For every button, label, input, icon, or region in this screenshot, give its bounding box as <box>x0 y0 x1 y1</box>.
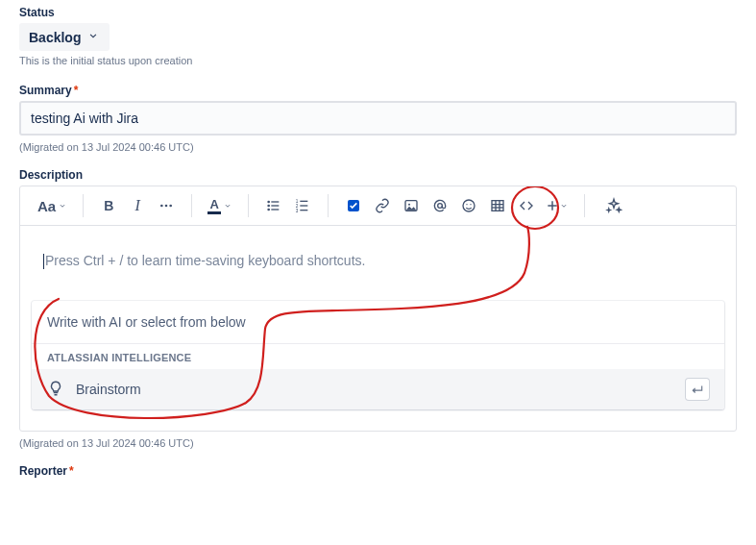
insert-more-button[interactable] <box>542 192 573 219</box>
description-editor: Aa B I A <box>19 186 737 432</box>
table-button[interactable] <box>484 192 511 219</box>
emoji-button[interactable] <box>455 192 482 219</box>
toolbar-divider <box>584 194 585 217</box>
link-button[interactable] <box>369 192 396 219</box>
mention-button[interactable] <box>427 192 453 219</box>
toolbar-divider <box>248 194 249 217</box>
required-marker: * <box>74 84 79 97</box>
svg-point-20 <box>467 204 468 205</box>
status-label: Status <box>19 6 737 19</box>
text-cursor <box>43 254 44 269</box>
description-migrated-note: (Migrated on 13 Jul 2024 00:46 UTC) <box>19 437 737 449</box>
chevron-down-icon <box>86 29 100 45</box>
ai-sparkle-button[interactable] <box>600 192 627 219</box>
required-marker: * <box>69 464 74 478</box>
toolbar-divider <box>328 194 329 217</box>
description-label: Description <box>19 168 737 182</box>
svg-point-21 <box>471 204 472 205</box>
svg-rect-14 <box>301 210 308 211</box>
editor-toolbar: Aa B I A <box>20 186 736 226</box>
svg-point-0 <box>160 205 163 208</box>
ai-prompt-input[interactable]: Write with AI or select from below <box>32 301 724 343</box>
reporter-label: Reporter* <box>19 464 737 478</box>
svg-point-18 <box>438 204 443 209</box>
lightbulb-icon <box>47 380 64 400</box>
toolbar-divider <box>83 194 84 217</box>
svg-text:3: 3 <box>296 209 299 213</box>
summary-input[interactable] <box>19 101 737 136</box>
numbered-list-button[interactable]: 123 <box>289 192 316 219</box>
editor-placeholder: Press Ctrl + / to learn time-saving keyb… <box>45 253 365 268</box>
svg-rect-12 <box>301 205 308 206</box>
code-button[interactable] <box>513 192 540 219</box>
ai-option-label: Brainstorm <box>76 382 141 397</box>
ai-section-label: ATLASSIAN INTELLIGENCE <box>32 343 724 369</box>
svg-rect-22 <box>492 201 503 211</box>
text-color-button[interactable]: A <box>204 192 236 219</box>
toolbar-divider <box>191 194 192 217</box>
svg-point-2 <box>170 205 173 208</box>
svg-point-17 <box>408 204 410 206</box>
image-button[interactable] <box>398 192 425 219</box>
summary-migrated-note: (Migrated on 13 Jul 2024 00:46 UTC) <box>19 141 737 153</box>
editor-content-area[interactable]: Press Ctrl + / to learn time-saving keyb… <box>20 226 736 284</box>
status-dropdown[interactable]: Backlog <box>19 23 110 51</box>
text-styles-button[interactable]: Aa <box>34 192 71 219</box>
svg-point-3 <box>268 201 271 204</box>
status-helper: This is the initial status upon creation <box>19 55 737 66</box>
svg-rect-8 <box>272 209 280 210</box>
bullet-list-button[interactable] <box>260 192 287 219</box>
svg-rect-10 <box>301 201 308 202</box>
ai-option-brainstorm[interactable]: Brainstorm <box>32 369 724 409</box>
svg-point-19 <box>463 200 475 211</box>
svg-rect-4 <box>272 201 280 202</box>
enter-key-icon <box>686 379 709 400</box>
action-item-button[interactable] <box>340 192 367 219</box>
italic-button[interactable]: I <box>124 192 151 219</box>
svg-point-5 <box>268 205 271 208</box>
more-format-button[interactable] <box>153 192 180 219</box>
bold-button[interactable]: B <box>95 192 122 219</box>
svg-rect-6 <box>272 205 280 206</box>
svg-point-7 <box>268 209 271 211</box>
svg-point-1 <box>165 205 168 208</box>
summary-label: Summary* <box>19 84 737 97</box>
ai-panel: Write with AI or select from below ATLAS… <box>32 301 724 409</box>
status-value: Backlog <box>29 30 81 45</box>
